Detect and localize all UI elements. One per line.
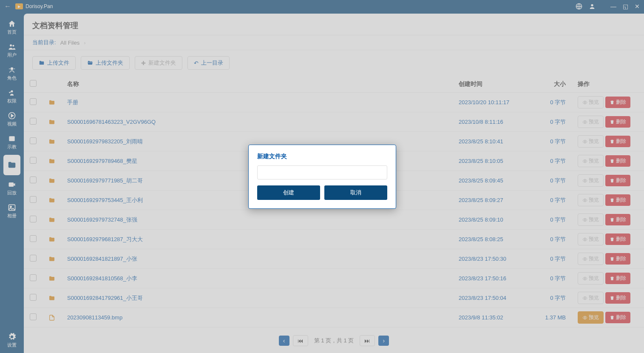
confirm-button[interactable]: 创建 [257, 185, 320, 200]
dialog-title: 新建文件夹 [249, 145, 396, 165]
cancel-button[interactable]: 取消 [324, 185, 387, 200]
modal-overlay[interactable]: 新建文件夹 创建 取消 [0, 0, 644, 353]
folder-name-input[interactable] [257, 165, 387, 179]
new-folder-dialog: 新建文件夹 创建 取消 [248, 145, 396, 209]
